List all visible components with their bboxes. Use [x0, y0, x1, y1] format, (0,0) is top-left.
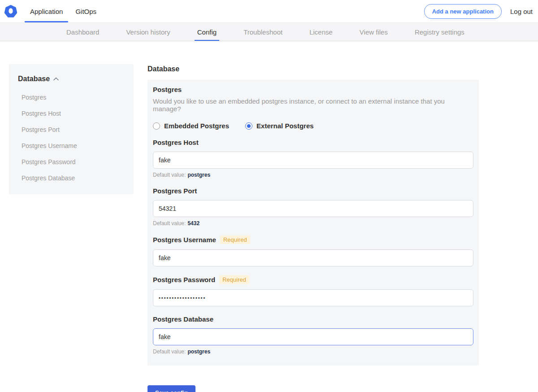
default-value: 5432 [187, 220, 200, 226]
default-value-prefix: Default value: [153, 172, 186, 178]
subnav-tab-dashboard[interactable]: Dashboard [66, 23, 99, 41]
field-label: Postgres Port [153, 187, 197, 195]
text-input-postgres-port[interactable] [153, 200, 473, 217]
field-postgres-username: Postgres UsernameRequired [153, 235, 473, 266]
default-value: postgres [187, 348, 210, 355]
field-postgres: PostgresWould you like to use an embedde… [153, 86, 473, 130]
radio-option-embedded-postgres[interactable]: Embedded Postgres [153, 122, 229, 130]
text-input-postgres-host[interactable] [153, 152, 473, 169]
group-title: Database [148, 65, 479, 73]
header-right: Add a new application Log out [424, 0, 538, 22]
field-label-row: Postgres Host [153, 139, 473, 146]
field-label-row: Postgres Port [153, 187, 473, 195]
radio-group: Embedded PostgresExternal Postgres [153, 122, 473, 130]
app-subnav: DashboardVersion historyConfigTroublesho… [0, 23, 538, 41]
config-sidebar: Database PostgresPostgres HostPostgres P… [9, 64, 134, 194]
subnav-tab-config[interactable]: Config [197, 23, 217, 41]
field-label-row: Postgres PasswordRequired [153, 275, 473, 284]
required-badge: Required [219, 275, 249, 284]
password-input[interactable] [153, 289, 473, 306]
sidebar-group-label: Database [18, 75, 50, 83]
default-value-prefix: Default value: [153, 348, 186, 355]
sidebar-group-database[interactable]: Database [18, 75, 125, 83]
app-logo-icon [4, 5, 17, 17]
header-tab-gitops[interactable]: GitOps [69, 0, 103, 22]
logout-link[interactable]: Log out [510, 8, 533, 15]
header-tabs: ApplicationGitOps [24, 0, 103, 22]
sidebar-item-postgres[interactable]: Postgres [18, 89, 125, 105]
radio-option-label: External Postgres [256, 122, 314, 130]
sidebar-item-postgres-database[interactable]: Postgres Database [18, 170, 125, 186]
field-label-row: Postgres UsernameRequired [153, 235, 473, 244]
config-main: Database PostgresWould you like to use a… [148, 65, 479, 392]
field-label: Postgres Host [153, 139, 199, 146]
radio-option-label: Embedded Postgres [164, 122, 229, 130]
subnav-tab-registry-settings[interactable]: Registry settings [415, 23, 464, 41]
text-input-postgres-database[interactable] [153, 328, 473, 345]
sidebar-item-postgres-host[interactable]: Postgres Host [18, 105, 125, 122]
sidebar-item-postgres-port[interactable]: Postgres Port [18, 122, 125, 138]
config-fields: PostgresWould you like to use an embedde… [153, 86, 473, 355]
field-label-row: Postgres Database [153, 315, 473, 323]
field-help-text: Would you like to use an embedded postgr… [153, 97, 473, 113]
field-label: Postgres [153, 86, 182, 93]
radio-unselected-icon[interactable] [153, 122, 160, 130]
config-card: PostgresWould you like to use an embedde… [148, 80, 479, 366]
default-value: postgres [187, 172, 210, 178]
radio-selected-icon[interactable] [245, 122, 252, 130]
top-header: ApplicationGitOps Add a new application … [0, 0, 538, 23]
field-postgres-database: Postgres DatabaseDefault value:postgres [153, 315, 473, 355]
chevron-up-icon [53, 77, 59, 81]
default-value-prefix: Default value: [153, 220, 186, 226]
field-label: Postgres Username [153, 236, 216, 244]
sidebar-item-postgres-password[interactable]: Postgres Password [18, 154, 125, 170]
logo-wrap [0, 0, 24, 22]
subnav-tab-troubleshoot[interactable]: Troubleshoot [243, 23, 282, 41]
field-postgres-port: Postgres PortDefault value:5432 [153, 187, 473, 226]
default-value-line: Default value:5432 [153, 220, 473, 226]
radio-option-external-postgres[interactable]: External Postgres [245, 122, 314, 130]
subnav-tab-version-history[interactable]: Version history [126, 23, 170, 41]
save-config-button[interactable]: Save config [148, 385, 195, 392]
header-tab-application[interactable]: Application [24, 0, 69, 22]
field-postgres-password: Postgres PasswordRequired [153, 275, 473, 306]
field-label: Postgres Database [153, 315, 213, 323]
field-postgres-host: Postgres HostDefault value:postgres [153, 139, 473, 178]
subnav-tab-view-files[interactable]: View files [360, 23, 388, 41]
sidebar-items: PostgresPostgres HostPostgres PortPostgr… [18, 89, 125, 186]
subnav-tab-license[interactable]: License [309, 23, 333, 41]
field-label-row: Postgres [153, 86, 473, 93]
sidebar-item-postgres-username[interactable]: Postgres Username [18, 138, 125, 154]
required-badge: Required [220, 235, 250, 244]
add-application-button[interactable]: Add a new application [424, 4, 502, 19]
default-value-line: Default value:postgres [153, 172, 473, 178]
text-input-postgres-username[interactable] [153, 249, 473, 266]
field-label: Postgres Password [153, 276, 215, 283]
default-value-line: Default value:postgres [153, 348, 473, 355]
